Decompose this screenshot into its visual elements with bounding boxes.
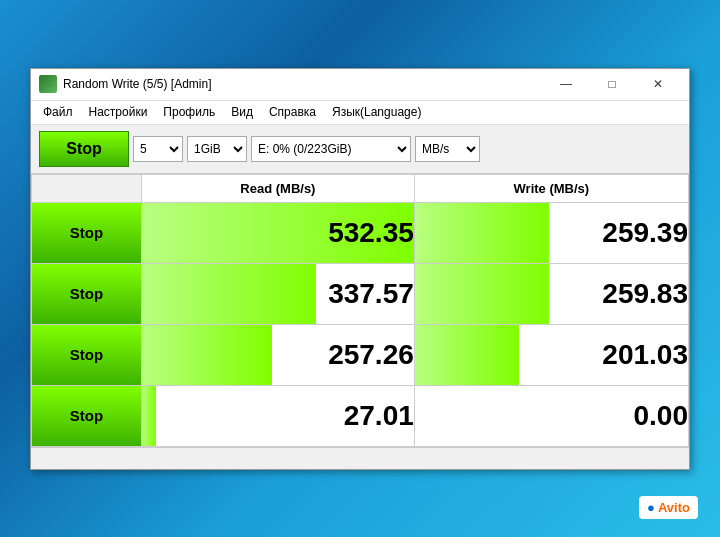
read-value-row-3: 27.01	[344, 400, 414, 431]
write-value-row-1: 259.83	[602, 278, 688, 309]
app-window: Random Write (5/5) [Admin] — □ ✕ ФайлНас…	[30, 68, 690, 470]
toolbar: Stop 5 1GiB E: 0% (0/223GiB) MB/s	[31, 125, 689, 174]
stop-button-row-1[interactable]: Stop	[32, 264, 141, 324]
table-row: Stop337.57259.83	[32, 263, 689, 324]
avito-badge: ● Avito	[639, 496, 698, 519]
title-bar: Random Write (5/5) [Admin] — □ ✕	[31, 69, 689, 101]
menu-item-[interactable]: Файл	[35, 103, 81, 121]
stop-button-row-0[interactable]: Stop	[32, 203, 141, 263]
close-button[interactable]: ✕	[635, 68, 681, 100]
read-value-row-2: 257.26	[328, 339, 414, 370]
write-value-row-0: 259.39	[602, 217, 688, 248]
size-select[interactable]: 1GiB	[187, 136, 247, 162]
read-value-row-0: 532.35	[328, 217, 414, 248]
title-bar-buttons: — □ ✕	[543, 68, 681, 100]
count-select[interactable]: 5	[133, 136, 183, 162]
menu-item-[interactable]: Профиль	[155, 103, 223, 121]
table-row: Stop257.26201.03	[32, 324, 689, 385]
app-icon	[39, 75, 57, 93]
menu-bar: ФайлНастройкиПрофильВидСправкаЯзык(Langu…	[31, 101, 689, 125]
maximize-button[interactable]: □	[589, 68, 635, 100]
col-write-header: Write (MB/s)	[414, 174, 688, 202]
table-row: Stop532.35259.39	[32, 202, 689, 263]
stop-button-row-3[interactable]: Stop	[32, 386, 141, 446]
write-value-row-3: 0.00	[634, 400, 689, 431]
col-read-header: Read (MB/s)	[142, 174, 415, 202]
stop-button-row-2[interactable]: Stop	[32, 325, 141, 385]
window-title: Random Write (5/5) [Admin]	[63, 77, 543, 91]
menu-item-[interactable]: Настройки	[81, 103, 156, 121]
unit-select[interactable]: MB/s	[415, 136, 480, 162]
menu-item-[interactable]: Справка	[261, 103, 324, 121]
drive-select[interactable]: E: 0% (0/223GiB)	[251, 136, 411, 162]
menu-item-[interactable]: Вид	[223, 103, 261, 121]
minimize-button[interactable]: —	[543, 68, 589, 100]
write-value-row-2: 201.03	[602, 339, 688, 370]
table-row: Stop27.010.00	[32, 385, 689, 446]
status-bar	[31, 447, 689, 469]
menu-item-language[interactable]: Язык(Language)	[324, 103, 429, 121]
col-action-header	[32, 174, 142, 202]
stop-button-main[interactable]: Stop	[39, 131, 129, 167]
avito-label: Avito	[658, 500, 690, 515]
table-header: Read (MB/s) Write (MB/s)	[32, 174, 689, 202]
data-table: Read (MB/s) Write (MB/s) Stop532.35259.3…	[31, 174, 689, 447]
read-value-row-1: 337.57	[328, 278, 414, 309]
